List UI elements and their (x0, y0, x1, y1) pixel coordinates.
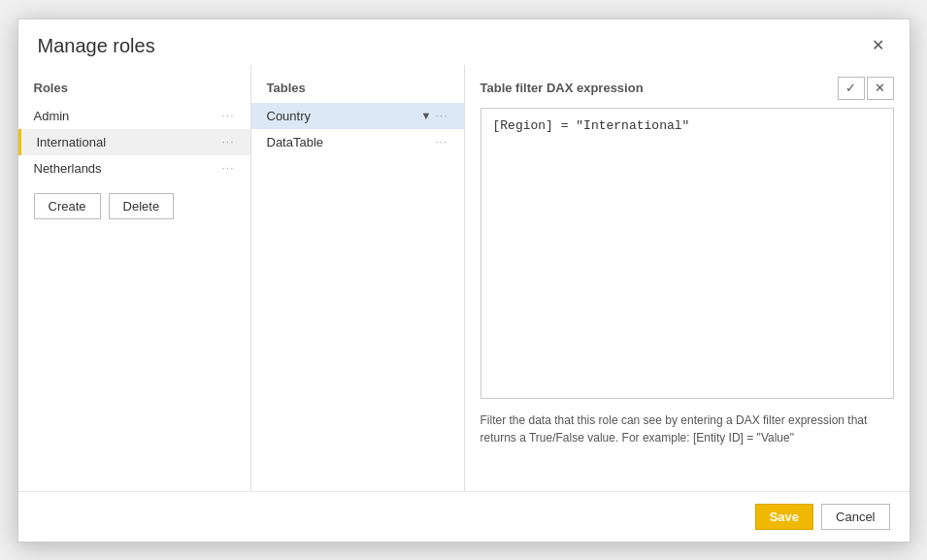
table-ellipsis-country[interactable]: ··· (435, 109, 447, 122)
table-label-datatable: DataTable (267, 135, 436, 149)
dialog-body: Roles Admin ··· International ··· Nether… (18, 65, 910, 491)
role-actions: Create Delete (18, 181, 250, 219)
dialog-footer: Save Cancel (18, 491, 910, 542)
dax-actions: ✓ ✕ (838, 77, 894, 100)
table-label-country: Country (267, 109, 421, 123)
dax-section-header: Table filter DAX expression (480, 81, 644, 95)
role-label-netherlands: Netherlands (34, 161, 102, 176)
delete-button[interactable]: Delete (109, 193, 175, 219)
dialog-title-bar: Manage roles ✕ (18, 19, 910, 65)
role-ellipsis-admin[interactable]: ··· (221, 109, 234, 122)
table-ellipsis-datatable[interactable]: ··· (435, 135, 447, 148)
tables-section-header: Tables (251, 77, 464, 103)
roles-section-header: Roles (18, 77, 250, 103)
dax-panel: Table filter DAX expression ✓ ✕ Filter t… (465, 65, 910, 491)
close-button[interactable]: ✕ (866, 36, 890, 55)
footer-cancel-button[interactable]: Cancel (821, 504, 889, 530)
role-item-admin[interactable]: Admin ··· (18, 103, 250, 129)
filter-icon: ▼ (421, 110, 432, 121)
role-ellipsis-netherlands[interactable]: ··· (221, 161, 234, 175)
roles-panel: Roles Admin ··· International ··· Nether… (18, 65, 251, 491)
dax-confirm-button[interactable]: ✓ (838, 77, 865, 100)
manage-roles-dialog: Manage roles ✕ Roles Admin ··· Internati… (17, 18, 910, 543)
dax-expression-input[interactable] (480, 108, 894, 399)
dax-header: Table filter DAX expression ✓ ✕ (480, 77, 894, 100)
role-label-international: International (37, 135, 107, 149)
dax-hint: Filter the data that this role can see b… (480, 412, 894, 446)
table-item-country[interactable]: Country ▼ ··· (251, 103, 464, 129)
role-item-international[interactable]: International ··· (18, 129, 250, 155)
table-item-datatable[interactable]: DataTable ··· (251, 129, 464, 155)
save-button[interactable]: Save (755, 504, 813, 530)
dax-cancel-button[interactable]: ✕ (867, 77, 894, 100)
role-item-netherlands[interactable]: Netherlands ··· (18, 155, 250, 181)
role-label-admin: Admin (34, 109, 70, 123)
tables-panel: Tables Country ▼ ··· DataTable ··· (251, 65, 465, 491)
create-button[interactable]: Create (34, 193, 101, 219)
role-ellipsis-international[interactable]: ··· (221, 135, 234, 148)
dialog-title: Manage roles (38, 35, 155, 57)
